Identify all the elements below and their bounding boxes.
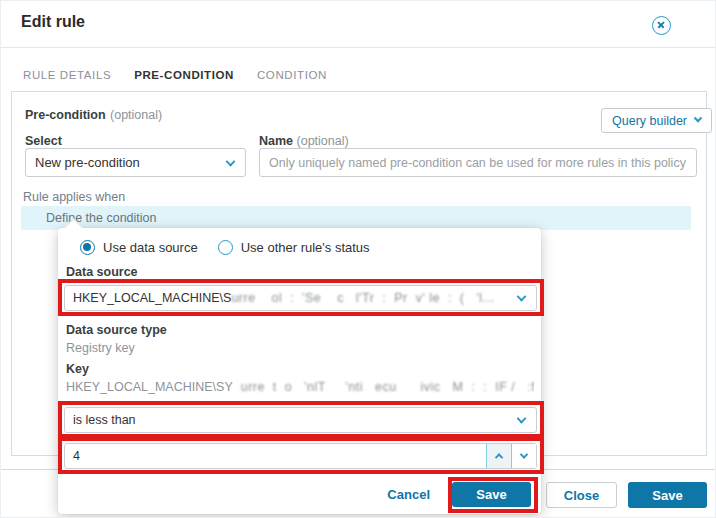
chevron-down-icon <box>694 113 702 121</box>
radio-use-other-rule-status[interactable]: Use other rule's status <box>218 240 370 255</box>
condition-popup: Use data source Use other rule's status … <box>58 228 541 514</box>
dialog-title: Edit rule <box>21 13 85 31</box>
number-stepper <box>486 444 536 468</box>
radio-unselected-icon <box>218 240 233 255</box>
close-icon[interactable] <box>652 16 671 35</box>
data-source-value-redacted: urre ol : 'Se c l'Tr : Pr v' le : ( 'l..… <box>231 291 494 305</box>
pre-condition-select[interactable]: New pre-condition <box>25 148 246 177</box>
source-type-radio-group: Use data source Use other rule's status <box>80 240 370 255</box>
operator-value: is less than <box>73 413 136 427</box>
data-source-type-label: Data source type <box>66 323 167 337</box>
radio-use-data-source-label: Use data source <box>103 240 198 255</box>
section-label: Pre-condition (optional) <box>25 105 162 123</box>
popup-footer: Cancel Save <box>58 473 541 514</box>
number-value: 4 <box>73 449 80 463</box>
stepper-up-button[interactable] <box>486 444 511 468</box>
tab-bar: RULE DETAILS PRE-CONDITION CONDITION <box>14 60 336 95</box>
query-builder-button[interactable]: Query builder <box>601 108 712 133</box>
name-label-row: Name (optional) <box>259 134 349 148</box>
radio-selected-icon <box>80 240 95 255</box>
data-source-type-value: Registry key <box>66 341 135 355</box>
name-label: Name <box>259 134 293 148</box>
key-value-redacted: urre t o 'nlT 'nti ecu ivic M : : IF / :… <box>233 380 534 394</box>
edit-rule-dialog: Edit rule RULE DETAILS PRE-CONDITION CON… <box>0 0 716 518</box>
tab-condition[interactable]: CONDITION <box>248 60 336 95</box>
popup-save-button[interactable]: Save <box>452 482 531 507</box>
tab-rule-details[interactable]: RULE DETAILS <box>14 60 120 95</box>
name-optional: (optional) <box>297 134 349 148</box>
pre-condition-optional: (optional) <box>110 108 162 122</box>
chevron-down-icon <box>226 156 236 166</box>
header-divider <box>1 47 716 48</box>
rule-applies-label: Rule applies when <box>23 190 125 204</box>
data-source-select[interactable]: HKEY_LOCAL_MACHINE\S urre ol : 'Se c l'T… <box>64 285 537 311</box>
dialog-save-button[interactable]: Save <box>628 482 707 508</box>
dialog-close-button[interactable]: Close <box>546 482 617 508</box>
value-number-input[interactable]: 4 <box>64 443 537 469</box>
pre-condition-label: Pre-condition <box>25 108 106 122</box>
data-source-value: HKEY_LOCAL_MACHINE\S <box>73 291 231 305</box>
chevron-down-icon <box>517 414 527 424</box>
chevron-down-icon <box>517 292 527 302</box>
chevron-down-icon <box>520 450 528 458</box>
radio-use-data-source[interactable]: Use data source <box>80 240 198 255</box>
stepper-down-button[interactable] <box>511 444 536 468</box>
operator-select[interactable]: is less than <box>64 407 537 433</box>
key-value: HKEY_LOCAL_MACHINE\SY urre t o 'nlT 'nti… <box>66 380 534 394</box>
data-source-label: Data source <box>66 265 138 279</box>
tab-pre-condition[interactable]: PRE-CONDITION <box>125 60 243 95</box>
pre-condition-select-value: New pre-condition <box>35 155 140 170</box>
select-label: Select <box>25 134 62 148</box>
key-value-prefix: HKEY_LOCAL_MACHINE\SY <box>66 380 233 394</box>
key-label: Key <box>66 362 89 376</box>
chevron-up-icon <box>495 453 503 461</box>
query-builder-label: Query builder <box>612 114 687 128</box>
radio-use-other-rule-label: Use other rule's status <box>241 240 370 255</box>
name-input[interactable] <box>259 148 697 177</box>
define-condition-row[interactable]: Define the condition <box>21 206 691 230</box>
cancel-button[interactable]: Cancel <box>387 487 430 502</box>
